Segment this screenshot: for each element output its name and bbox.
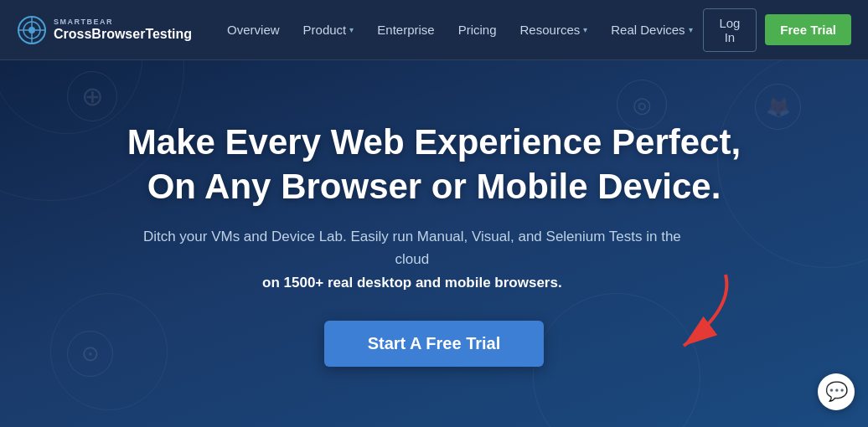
nav-item-overview[interactable]: Overview — [217, 16, 290, 44]
chat-icon: 💬 — [825, 381, 848, 403]
bg-browser-icon-1: ⊕ — [81, 80, 104, 112]
bg-browser-icon-2: ◎ — [633, 92, 652, 118]
nav-item-pricing[interactable]: Pricing — [448, 16, 507, 44]
logo-icon — [17, 15, 47, 45]
nav-actions: Log In Free Trial — [703, 8, 851, 52]
nav-item-real-devices[interactable]: Real Devices ▾ — [601, 16, 702, 44]
nav-item-resources[interactable]: Resources ▾ — [510, 16, 598, 44]
bg-browser-icon-3: 🦊 — [766, 95, 791, 119]
nav-item-product[interactable]: Product ▾ — [293, 16, 364, 44]
nav-item-enterprise[interactable]: Enterprise — [367, 16, 444, 44]
logo-product: CrossBrowserTesting — [54, 26, 192, 42]
chevron-down-icon: ▾ — [349, 25, 354, 34]
login-button[interactable]: Log In — [703, 8, 757, 52]
logo-text: SMARTBEAR CrossBrowserTesting — [54, 18, 192, 42]
hero-subtitle: Ditch your VMs and Device Lab. Easily ru… — [127, 225, 697, 294]
hero-title: Make Every Web Experience Perfect, On An… — [127, 121, 741, 208]
chevron-down-icon-2: ▾ — [583, 25, 587, 34]
chat-widget[interactable]: 💬 — [818, 373, 855, 410]
logo-brand: SMARTBEAR — [54, 18, 192, 26]
hero-section: ⊕ ◎ 🦊 ⊙ SMARTBEAR CrossBrowserTesting — [0, 0, 868, 427]
nav-links: Overview Product ▾ Enterprise Pricing Re… — [217, 16, 703, 44]
chevron-down-icon-3: ▾ — [689, 25, 693, 34]
hero-content: Make Every Web Experience Perfect, On An… — [94, 121, 774, 367]
free-trial-button[interactable]: Free Trial — [765, 14, 851, 45]
logo: SMARTBEAR CrossBrowserTesting — [17, 15, 192, 45]
start-free-trial-button[interactable]: Start A Free Trial — [324, 321, 545, 367]
navigation: SMARTBEAR CrossBrowserTesting Overview P… — [0, 0, 868, 60]
